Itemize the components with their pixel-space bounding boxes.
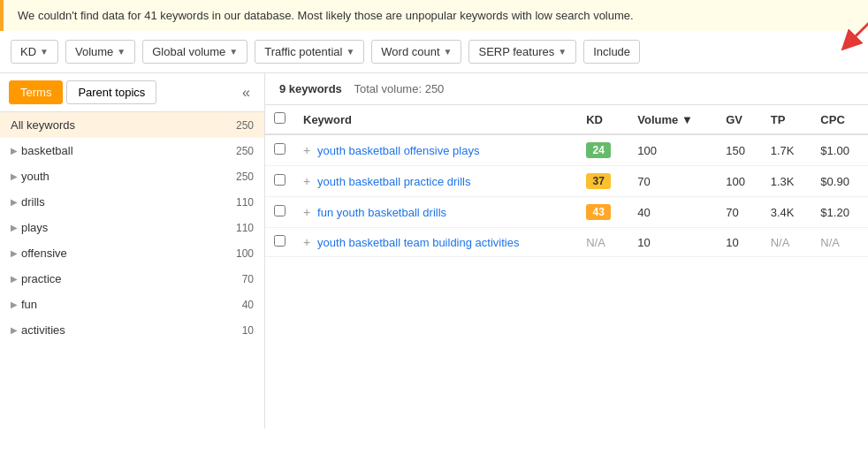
sidebar-basketball-count: 250: [236, 145, 254, 157]
tp-cell: N/A: [762, 228, 812, 257]
sidebar-fun-label: fun: [21, 298, 242, 311]
collapse-button[interactable]: «: [237, 83, 255, 102]
volume-cell: 10: [628, 228, 717, 257]
sidebar-drills-label: drills: [21, 195, 236, 209]
chevron-down-icon: ▼: [229, 47, 238, 57]
cpc-cell: N/A: [811, 228, 868, 257]
keyword-link[interactable]: youth basketball team building activitie…: [317, 236, 519, 249]
keyword-link[interactable]: youth basketball practice drills: [317, 175, 470, 188]
sidebar-item-fun[interactable]: ▶ fun 40: [0, 292, 264, 317]
filter-kd[interactable]: KD ▼: [11, 40, 58, 64]
filter-word-count[interactable]: Word count ▼: [371, 40, 461, 64]
volume-cell: 70: [628, 166, 717, 197]
cpc-cell: $0.90: [811, 166, 868, 197]
gv-cell: 100: [717, 166, 762, 197]
filter-global-volume[interactable]: Global volume ▼: [142, 40, 247, 64]
select-all-checkbox[interactable]: [274, 112, 286, 124]
chevron-down-icon: ▼: [558, 47, 567, 57]
tab-parent-topics-label: Parent topics: [78, 86, 145, 99]
chevron-right-icon: ▶: [11, 146, 18, 156]
sidebar-tabs: Terms Parent topics «: [0, 73, 264, 112]
keywords-count: 9 keywords: [279, 82, 342, 95]
row-checkbox[interactable]: [274, 143, 286, 155]
kd-cell: 43: [577, 197, 628, 228]
sidebar-youth-count: 250: [236, 171, 254, 183]
sidebar-item-all-keywords[interactable]: All keywords 250: [0, 112, 264, 138]
filter-traffic-potential[interactable]: Traffic potential ▼: [255, 40, 364, 64]
table-row: + fun youth basketball drills4340703.4K$…: [265, 197, 868, 228]
table-row: + youth basketball offensive plays241001…: [265, 134, 868, 166]
table-container: Keyword KD Volume ▼ GV TP: [265, 105, 868, 429]
sidebar-item-youth[interactable]: ▶ youth 250: [0, 163, 264, 189]
keyword-cell: + youth basketball team building activit…: [294, 228, 577, 257]
chevron-right-icon: ▶: [11, 223, 18, 232]
kd-value: N/A: [586, 236, 605, 249]
sidebar-offensive-label: offensive: [21, 247, 236, 260]
add-keyword-button[interactable]: +: [303, 235, 314, 249]
row-checkbox[interactable]: [274, 235, 286, 247]
add-keyword-button[interactable]: +: [303, 174, 314, 188]
kd-badge: 37: [586, 173, 611, 189]
filter-volume-label: Volume: [75, 45, 113, 58]
main-layout: Terms Parent topics « All keywords 250 ▶…: [0, 73, 868, 429]
add-keyword-button[interactable]: +: [303, 205, 314, 219]
gv-cell: 70: [717, 197, 762, 228]
select-all-header[interactable]: [265, 105, 294, 134]
filter-global-volume-label: Global volume: [152, 45, 225, 58]
tab-terms-label: Terms: [20, 86, 51, 99]
sidebar-drills-count: 110: [236, 196, 254, 209]
sidebar-item-drills[interactable]: ▶ drills 110: [0, 189, 264, 215]
volume-cell: 40: [628, 197, 717, 228]
row-checkbox-cell: [265, 228, 294, 257]
chevron-right-icon: ▶: [11, 197, 18, 207]
filter-traffic-potential-label: Traffic potential: [264, 45, 342, 58]
sidebar-practice-label: practice: [21, 272, 242, 285]
col-tp: TP: [762, 105, 812, 134]
row-checkbox[interactable]: [274, 174, 286, 186]
col-gv: GV: [717, 105, 762, 134]
keyword-link[interactable]: youth basketball offensive plays: [317, 144, 479, 157]
kd-cell: 24: [577, 134, 628, 166]
filter-include[interactable]: Include: [583, 40, 640, 64]
sidebar-plays-count: 110: [236, 222, 254, 234]
col-volume[interactable]: Volume ▼: [628, 105, 717, 134]
kd-badge: 24: [586, 142, 611, 158]
col-cpc: CPC: [811, 105, 868, 134]
tp-cell: 1.7K: [762, 134, 812, 166]
sidebar-activities-count: 10: [242, 324, 254, 337]
sidebar-item-practice[interactable]: ▶ practice 70: [0, 266, 264, 292]
tab-parent-topics[interactable]: Parent topics: [66, 80, 156, 104]
tab-terms[interactable]: Terms: [9, 80, 63, 104]
table-row: + youth basketball practice drills377010…: [265, 166, 868, 197]
sidebar-list: All keywords 250 ▶ basketball 250 ▶ yout…: [0, 112, 264, 429]
sidebar-item-basketball[interactable]: ▶ basketball 250: [0, 138, 264, 163]
chevron-down-icon: ▼: [117, 47, 126, 57]
sidebar-basketball-label: basketball: [21, 144, 236, 157]
filter-include-label: Include: [593, 45, 630, 58]
sidebar-item-activities[interactable]: ▶ activities 10: [0, 317, 264, 343]
col-kd: KD: [577, 105, 628, 134]
filter-serp-features[interactable]: SERP features ▼: [468, 40, 576, 64]
keyword-link[interactable]: fun youth basketball drills: [317, 206, 446, 219]
warning-banner: We couldn't find data for 41 keywords in…: [0, 0, 868, 31]
chevron-down-icon: ▼: [40, 47, 49, 57]
sidebar-all-keywords-label: All keywords: [11, 118, 236, 132]
filter-volume[interactable]: Volume ▼: [65, 40, 135, 64]
gv-cell: 150: [717, 134, 762, 166]
volume-cell: 100: [628, 134, 717, 166]
chevron-down-icon: ▼: [444, 47, 453, 57]
tp-cell: 1.3K: [762, 166, 812, 197]
sidebar-youth-label: youth: [21, 170, 236, 183]
row-checkbox[interactable]: [274, 205, 286, 216]
add-keyword-button[interactable]: +: [303, 143, 314, 157]
sidebar-item-plays[interactable]: ▶ plays 110: [0, 215, 264, 240]
table-header-row: Keyword KD Volume ▼ GV TP: [265, 105, 868, 134]
row-checkbox-cell: [265, 197, 294, 228]
sidebar-item-offensive[interactable]: ▶ offensive 100: [0, 240, 264, 266]
sidebar-practice-count: 70: [242, 273, 254, 285]
chevron-right-icon: ▶: [11, 300, 18, 309]
chevron-right-icon: ▶: [11, 248, 18, 258]
kd-badge: 43: [586, 204, 611, 220]
filter-bar: KD ▼ Volume ▼ Global volume ▼ Traffic po…: [0, 31, 868, 73]
warning-text: We couldn't find data for 41 keywords in…: [18, 9, 634, 22]
